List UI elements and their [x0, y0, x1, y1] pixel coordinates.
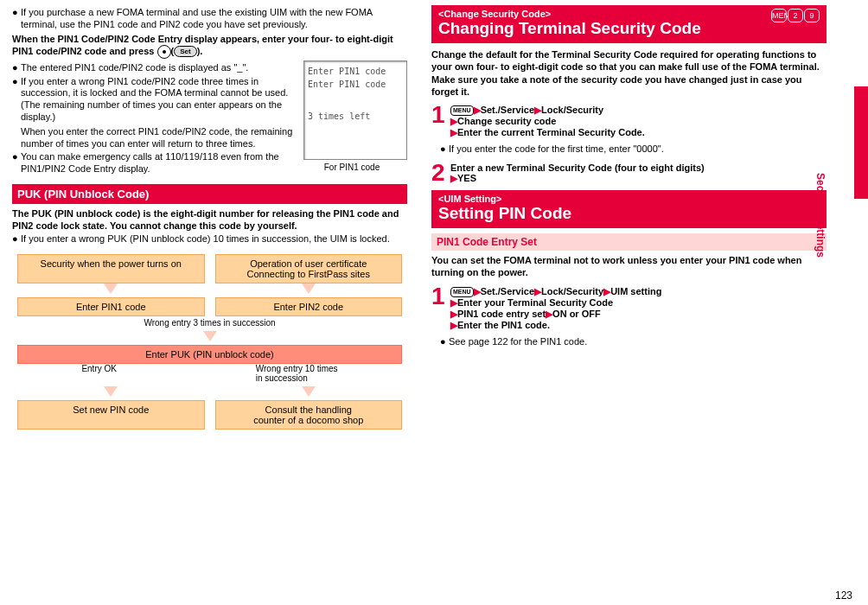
step2-enter-new: Enter a new Terminal Security Code (four…: [450, 162, 705, 173]
flow-enter-pin2: Enter PIN2 code: [215, 297, 403, 316]
pin-entry-screenshot: Enter PIN1 code Enter PIN1 code 3 times …: [303, 60, 407, 160]
set-softkey: Set: [174, 46, 196, 57]
flow-docomo-shop: Consult the handlingcounter of a docomo …: [215, 400, 403, 430]
pin1-entry-desc: You can set the FOMA terminal not to wor…: [431, 254, 827, 279]
puk-section-title: PUK (PIN Unblock Code): [12, 184, 407, 204]
flow-wrong-3: Wrong entry 3 times in succession: [12, 318, 407, 328]
flow-user-cert: Operation of user certificateConnecting …: [215, 254, 403, 283]
pin1-entry-set-subhead: PIN1 Code Entry Set: [431, 233, 827, 251]
pin-display-note: The entered PIN1 code/PIN2 code is displ…: [21, 62, 297, 74]
emergency-note: You can make emergency calls at 110/119/…: [21, 151, 297, 175]
menu-icon: MENU: [450, 105, 474, 116]
page-number: 123: [835, 589, 852, 602]
pin-enter-tsc: Enter your Terminal Security Code: [457, 297, 613, 308]
flow-entry-ok: Entry OK: [81, 364, 117, 383]
side-tab: [854, 86, 868, 199]
step1-path-b: Lock/Security: [541, 105, 603, 115]
pin-enter-pin1: Enter the PIN1 code.: [457, 320, 550, 330]
step1-enter-current: Enter the current Terminal Security Code…: [457, 127, 645, 137]
flow-enter-puk: Enter PUK (PIN unblock code): [17, 345, 402, 364]
flow-set-new-pin: Set new PIN code: [17, 400, 205, 430]
uim-setting-heading: <UIM Setting> Setting PIN Code: [431, 190, 827, 228]
flow-wrong-10: Wrong entry 10 timesin succession: [256, 364, 338, 383]
step2-yes: YES: [457, 173, 476, 183]
pin-on-off: ON or OFF: [552, 309, 601, 319]
center-button-icon: [157, 45, 171, 59]
menu-key-icon: MENU: [771, 9, 787, 22]
pin-step-1-number: 1: [431, 284, 450, 331]
side-section-label: Security Settings: [814, 173, 827, 258]
pin-entry-heading: When the PIN1 Code/PIN2 Code Entry displ…: [12, 33, 407, 59]
step1-path-a: Set./Service: [481, 105, 534, 115]
pin-flowchart: Security when the power turns on Operati…: [12, 254, 407, 430]
puk-lock-note: If you enter a wrong PUK (PIN unblock co…: [21, 233, 407, 245]
flow-power-security: Security when the power turns on: [17, 254, 205, 283]
menu-icon-2: MENU: [450, 287, 474, 297]
pin-lock-note: If you enter a wrong PIN1 code/PIN2 code…: [21, 76, 297, 124]
puk-desc: The PUK (PIN unblock code) is the eight-…: [12, 207, 407, 232]
change-code-desc: Change the default for the Terminal Secu…: [431, 48, 827, 98]
pin-entry-set: PIN1 code entry set: [457, 309, 546, 319]
pin-path-a: Set./Service: [481, 286, 534, 296]
pin-path-b: Lock/Security: [541, 286, 603, 296]
pin-path-c: UIM setting: [610, 286, 661, 296]
left-intro: If you purchase a new FOMA terminal and …: [21, 7, 407, 31]
step1-change-code: Change security code: [457, 116, 556, 126]
pin-reset-note: When you enter the correct PIN1 code/PIN…: [21, 125, 297, 150]
step-2-number: 2: [431, 161, 450, 185]
change-security-code-heading: MENU29 <Change Security Code> Changing T…: [431, 5, 827, 43]
key-9-icon: 9: [804, 9, 820, 22]
key-2-icon: 2: [788, 9, 803, 22]
screenshot-caption: For PIN1 code: [297, 162, 407, 172]
flow-enter-pin1: Enter PIN1 code: [17, 297, 205, 316]
first-time-note: If you enter the code for the first time…: [449, 143, 827, 156]
see-page-note: See page 122 for the PIN1 code.: [449, 336, 827, 348]
step-1-number: 1: [431, 103, 450, 138]
